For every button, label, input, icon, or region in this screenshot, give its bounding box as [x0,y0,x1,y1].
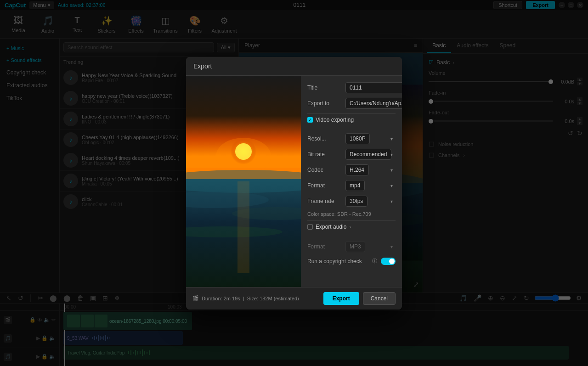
title-input[interactable] [345,82,402,93]
export-modal-body: Title Export to 📁 ✓ Video exporting [186,76,402,287]
duration-info: 🎬 Duration: 2m 19s | Size: 182M (estimat… [192,295,299,301]
export-to-label: Export to [307,100,342,107]
export-preview [186,76,301,287]
copyright-label: Run a copyright check [307,258,368,265]
format-label: Format [307,182,342,189]
frame-rate-label: Frame rate [307,198,342,204]
export-confirm-button[interactable]: Export [323,292,359,305]
film-icon: 🎬 [192,295,199,301]
resolution-label: Resol... [307,135,342,142]
duration-text: Duration: 2m 19s [202,296,240,301]
modal-overlay: Export [0,0,588,366]
export-footer: 🎬 Duration: 2m 19s | Size: 182M (estimat… [186,287,402,310]
resolution-row: Resol... 1080P 720P 4K [307,133,396,144]
title-row: Title [307,82,396,93]
codec-row: Codec H.264 H.265 [307,164,396,175]
size-text: Size: 182M (estimated) [247,296,299,301]
export-modal-header: Export [186,57,402,76]
bit-rate-select[interactable]: Recommended High Low [345,149,391,160]
codec-label: Codec [307,167,342,173]
export-to-row: Export to 📁 [307,98,396,109]
format-row: Format mp4 mov avi [307,180,396,191]
export-settings: Title Export to 📁 ✓ Video exporting [301,76,402,287]
audio-format-label: Format [307,243,342,250]
svg-point-31 [235,143,252,160]
audio-info-icon: › [349,224,351,230]
bit-rate-label: Bit rate [307,151,342,158]
title-label: Title [307,84,342,91]
resolution-select[interactable]: 1080P 720P 4K [345,133,370,144]
video-export-checkbox[interactable]: ✓ [307,117,313,123]
export-audio-label: Export audio [316,224,346,230]
codec-select[interactable]: H.264 H.265 [345,164,369,175]
bit-rate-row: Bit rate Recommended High Low [307,149,396,160]
export-audio-checkbox[interactable] [307,224,313,230]
frame-rate-row: Frame rate 30fps 24fps 60fps [307,196,396,207]
export-to-input[interactable] [345,98,402,109]
svg-rect-38 [237,181,249,273]
export-cancel-button[interactable]: Cancel [363,292,396,305]
export-modal: Export [186,57,402,310]
copyright-row: Run a copyright check ⓘ [307,258,396,265]
format-select[interactable]: mp4 mov avi [345,180,365,191]
color-space-label: Color space: SDR - Rec.709 [307,211,396,217]
frame-rate-select[interactable]: 30fps 24fps 60fps [345,196,368,207]
copyright-toggle[interactable] [381,258,396,265]
audio-format-row: Format MP3 AAC [307,241,396,252]
audio-format-select[interactable]: MP3 AAC [345,241,365,252]
copyright-info-icon[interactable]: ⓘ [372,258,377,265]
video-export-label: Video exporting [316,117,354,123]
